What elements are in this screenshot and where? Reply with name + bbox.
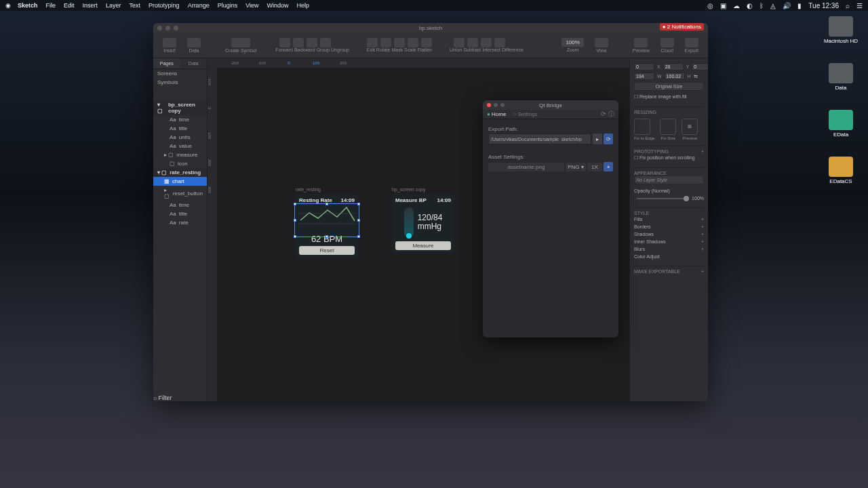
reset-button[interactable]: Reset <box>299 246 355 255</box>
fix-size-button[interactable] <box>660 119 676 135</box>
spotlight-icon[interactable]: ⌕ <box>846 2 850 9</box>
menu-arrange[interactable]: Arrange <box>188 2 210 9</box>
desktop-icon-edata[interactable]: EData <box>829 110 853 138</box>
list-screens[interactable]: Screens <box>153 69 207 78</box>
refresh-icon[interactable]: ⟳ ⓘ <box>601 110 614 119</box>
toolbar-create-symbol[interactable]: Create Symbol <box>225 38 256 53</box>
input-width[interactable] <box>634 73 654 80</box>
add-innershadow-icon[interactable]: + <box>701 239 704 244</box>
layer-artboard[interactable]: ▾ ▢ rate_resting <box>153 168 207 177</box>
artboard-measure-bp[interactable]: Measure BP14:09 120/84 mmHg Measure <box>392 194 454 253</box>
status-icon[interactable]: ◐ <box>747 2 753 9</box>
group-icon[interactable] <box>307 38 317 47</box>
resize-preview[interactable]: ⊞ <box>682 119 698 135</box>
battery-icon[interactable]: ▮ <box>797 2 802 9</box>
menu-help[interactable]: Help <box>297 2 310 9</box>
maximize-icon[interactable] <box>500 103 505 107</box>
tab-settings[interactable]: ○ Settings <box>513 111 537 117</box>
close-icon[interactable] <box>487 103 491 107</box>
mask-icon[interactable] <box>394 38 405 47</box>
qt-titlebar[interactable]: Qt Bridge <box>483 100 618 110</box>
tab-data[interactable]: Data <box>180 58 208 69</box>
rotate-icon[interactable] <box>380 38 391 47</box>
artboard-label[interactable]: bp_screen copy <box>392 187 425 192</box>
layer-item[interactable]: ▸ ▢ reset_button <box>153 186 207 201</box>
subtract-icon[interactable] <box>467 38 478 47</box>
menu-plugins[interactable]: Plugins <box>218 2 238 9</box>
clock[interactable]: Tue 12:36 <box>808 2 839 9</box>
titlebar[interactable]: bp.sketch ● 2 Notifications <box>153 23 708 33</box>
menu-text[interactable]: Text <box>130 2 141 9</box>
backward-icon[interactable] <box>293 38 304 47</box>
desktop-icon-data[interactable]: Data <box>829 63 853 91</box>
layer-style-select[interactable]: No Layer Style <box>634 176 704 184</box>
layer-item[interactable]: Aa title <box>153 209 207 218</box>
flatten-icon[interactable] <box>421 38 432 47</box>
fix-position-checkbox[interactable]: ☐ Fix position when scrolling <box>634 155 695 161</box>
status-icon[interactable]: ▣ <box>720 2 726 9</box>
forward-icon[interactable] <box>279 38 290 47</box>
menu-prototyping[interactable]: Prototyping <box>149 2 180 9</box>
toolbar-cloud[interactable]: Cloud <box>660 38 674 53</box>
add-export-icon[interactable]: + <box>701 269 704 274</box>
status-icon[interactable]: ◎ <box>707 2 713 9</box>
ungroup-icon[interactable] <box>320 38 331 47</box>
toolbar-preview[interactable]: Preview <box>633 38 650 53</box>
layer-item[interactable]: Aa time <box>153 201 207 209</box>
input-rotation[interactable] <box>692 63 708 70</box>
wifi-icon[interactable]: ◬ <box>770 2 776 9</box>
menu-window[interactable]: Window <box>267 2 289 9</box>
menu-insert[interactable]: Insert <box>83 2 98 9</box>
minimize-icon[interactable] <box>494 103 498 107</box>
apple-icon[interactable]: ◉ <box>5 2 11 9</box>
toolbar-zoom[interactable]: 100%Zoom <box>561 38 583 52</box>
original-size-button[interactable]: Original Size <box>634 82 704 91</box>
desktop-icon-macintosh-hd[interactable]: Macintosh HD <box>824 16 858 44</box>
difference-icon[interactable] <box>494 38 505 47</box>
menu-layer[interactable]: Layer <box>106 2 121 9</box>
layer-chart-selected[interactable]: ▦ chart <box>153 177 207 186</box>
menu-edit[interactable]: Edit <box>64 2 75 9</box>
layer-item[interactable]: ▸ ▢ measure <box>153 150 207 159</box>
toolbar-data[interactable]: Data <box>187 38 201 53</box>
menu-file[interactable]: File <box>46 2 56 9</box>
layer-item[interactable]: Aa units <box>153 133 207 142</box>
add-asset-icon[interactable]: + <box>604 162 613 171</box>
toolbar-view[interactable]: View <box>595 38 608 53</box>
union-icon[interactable] <box>454 38 465 47</box>
volume-icon[interactable]: 🔊 <box>783 2 791 9</box>
close-icon[interactable] <box>157 26 162 30</box>
siri-icon[interactable]: ☰ <box>856 2 863 9</box>
replace-image-checkbox[interactable]: ☐ Replace image with fill <box>634 94 687 100</box>
layer-item[interactable]: Aa title <box>153 124 207 133</box>
layer-item[interactable]: Aa time <box>153 115 207 124</box>
bluetooth-icon[interactable]: ᛒ <box>760 2 764 9</box>
export-path-input[interactable] <box>488 134 591 144</box>
fix-edge-button[interactable] <box>634 119 650 135</box>
status-icon[interactable]: ☁ <box>733 2 740 9</box>
filter-input[interactable]: ⌕ Filter <box>153 394 207 401</box>
artboard-rate-resting[interactable]: Resting Rate14:09 62 BPM Reset <box>296 194 358 258</box>
layer-item[interactable]: Aa value <box>153 142 207 150</box>
format-select[interactable]: PNG ▾ <box>566 163 586 171</box>
add-blur-icon[interactable]: + <box>701 247 704 251</box>
qt-bridge-panel[interactable]: Qt Bridge ● Home ○ Settings ⟳ ⓘ Export P… <box>483 100 618 338</box>
scale-select[interactable]: 1X <box>587 163 602 171</box>
toolbar-insert[interactable]: Insert <box>163 38 176 53</box>
desktop-icon-edatacs[interactable]: EDataCS <box>829 157 853 184</box>
layer-artboard[interactable]: ▾ ▢ bp_screen copy <box>153 100 207 115</box>
edit-icon[interactable] <box>367 38 378 47</box>
tab-home[interactable]: ● Home <box>487 111 506 117</box>
flip-icon[interactable]: ⇋ <box>694 74 698 79</box>
list-symbols[interactable]: Symbols <box>153 78 207 87</box>
layer-item[interactable]: Aa rate <box>153 218 207 227</box>
input-x[interactable] <box>634 63 654 70</box>
add-fill-icon[interactable]: + <box>701 217 704 222</box>
menu-view[interactable]: View <box>245 2 258 9</box>
input-height[interactable] <box>665 73 685 80</box>
toolbar-export[interactable]: Export <box>685 38 698 53</box>
minimize-icon[interactable] <box>165 26 170 30</box>
input-y[interactable] <box>663 63 684 70</box>
add-border-icon[interactable]: + <box>701 224 704 229</box>
artboard-label[interactable]: rate_resting <box>296 187 321 192</box>
